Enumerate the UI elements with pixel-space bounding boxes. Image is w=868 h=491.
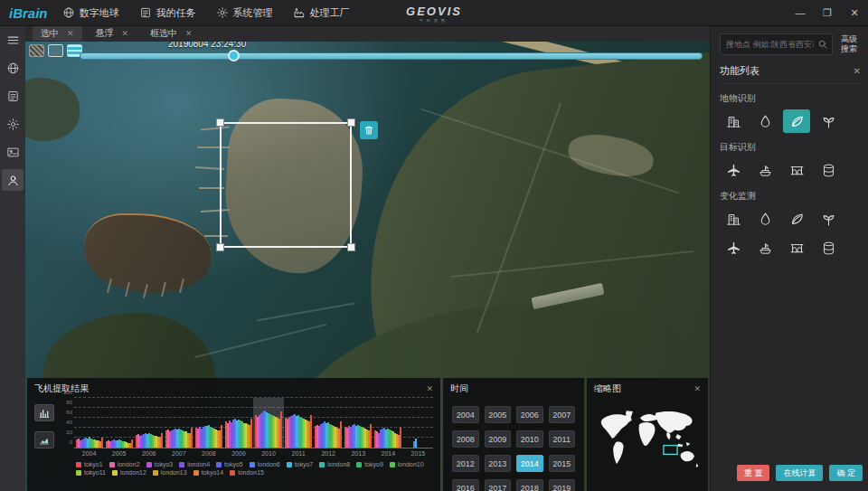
bar-london15-2014 xyxy=(400,428,401,448)
function-button-ship-change[interactable] xyxy=(751,236,778,260)
legend-item-tokyo3[interactable]: tokyo3 xyxy=(146,461,174,467)
chart-plot-area: 020406080100 200420052006200720082009201… xyxy=(74,398,433,476)
function-button-bridge-change[interactable] xyxy=(783,236,810,260)
function-button-oil-tank-detection[interactable] xyxy=(815,158,842,182)
top-menu-item-factory[interactable]: 处理工厂 xyxy=(293,6,350,20)
legend-item-london4[interactable]: london4 xyxy=(179,461,210,467)
y-axis-tick-label: 60 xyxy=(59,410,72,415)
tab-close-icon[interactable]: ✕ xyxy=(122,29,129,38)
close-button[interactable]: ✕ xyxy=(841,0,868,25)
tank-icon xyxy=(821,241,836,256)
year-button-2006[interactable]: 2006 xyxy=(516,406,543,423)
year-button-2007[interactable]: 2007 xyxy=(549,406,576,423)
year-button-2010[interactable]: 2010 xyxy=(516,430,543,448)
function-button-airplane-change[interactable] xyxy=(720,236,747,260)
year-button-2015[interactable]: 2015 xyxy=(549,455,576,472)
bridge-icon xyxy=(789,163,805,178)
year-button-2009[interactable]: 2009 xyxy=(485,430,512,448)
legend-item-tokyo1[interactable]: tokyo1 xyxy=(76,461,103,467)
tab-close-icon[interactable]: ✕ xyxy=(185,29,193,38)
function-button-building-recognition[interactable] xyxy=(720,109,747,133)
year-button-2012[interactable]: 2012 xyxy=(452,455,479,472)
function-button-ship-detection[interactable] xyxy=(751,158,778,182)
function-button-crop-change[interactable] xyxy=(815,207,842,231)
sidebar-item-user[interactable] xyxy=(2,169,24,191)
function-button-oil-tank-change[interactable] xyxy=(815,236,842,260)
year-button-2008[interactable]: 2008 xyxy=(452,430,479,448)
function-panel-close-icon[interactable]: ✕ xyxy=(854,66,861,76)
legend-item-london2[interactable]: london2 xyxy=(109,461,140,467)
leaf-icon xyxy=(789,212,805,227)
sidebar-item-settings[interactable] xyxy=(2,113,24,135)
sidebar-item-my-tasks[interactable] xyxy=(2,85,24,107)
maximize-button[interactable]: ❐ xyxy=(814,0,841,25)
function-button-vegetation-change[interactable] xyxy=(783,207,810,231)
sidebar-item-main-menu[interactable] xyxy=(2,29,24,51)
search-input[interactable] xyxy=(721,40,832,49)
legend-item-london6[interactable]: london6 xyxy=(250,461,280,467)
function-button-bridge-detection[interactable] xyxy=(783,158,810,182)
chart-panel-close-icon[interactable]: ✕ xyxy=(426,384,433,393)
function-button-building-change[interactable] xyxy=(720,207,747,231)
overview-viewport[interactable] xyxy=(664,446,677,455)
top-menu-item-globe[interactable]: 数字地球 xyxy=(62,6,119,20)
reset-button[interactable]: 重 置 xyxy=(737,465,770,481)
year-button-2005[interactable]: 2005 xyxy=(485,406,512,423)
year-button-2011[interactable]: 2011 xyxy=(549,430,576,448)
legend-item-london13[interactable]: london13 xyxy=(153,469,187,476)
legend-item-tokyo5[interactable]: tokyo5 xyxy=(216,461,243,467)
overview-map-panel: 缩略图 ✕ xyxy=(587,378,708,491)
sidebar-item-imagery[interactable] xyxy=(2,141,24,163)
search-icon[interactable] xyxy=(817,39,828,50)
year-button-2018[interactable]: 2018 xyxy=(516,479,543,491)
minimize-button[interactable]: — xyxy=(787,0,814,25)
year-button-2004[interactable]: 2004 xyxy=(452,406,479,423)
year-button-2014[interactable]: 2014 xyxy=(516,455,543,472)
function-button-water-change[interactable] xyxy=(751,207,778,231)
year-button-2013[interactable]: 2013 xyxy=(485,455,512,472)
selection-handle-top-right[interactable] xyxy=(347,118,355,127)
selection-handle-bottom-right[interactable] xyxy=(347,243,355,251)
section-title: 地物识别 xyxy=(720,92,861,105)
map-selection-rectangle[interactable] xyxy=(220,122,352,248)
top-menu-item-tasks[interactable]: 我的任务 xyxy=(139,6,196,20)
area-chart-toggle-button[interactable] xyxy=(34,431,54,449)
function-button-crop-recognition[interactable] xyxy=(815,109,842,133)
sidebar-item-digital-earth[interactable] xyxy=(2,57,24,79)
legend-item-tokyo9[interactable]: tokyo9 xyxy=(356,461,383,467)
delete-selection-button[interactable] xyxy=(360,121,378,139)
function-button-vegetation-recognition[interactable] xyxy=(783,109,810,133)
legend-item-tokyo14[interactable]: tokyo14 xyxy=(193,469,224,476)
legend-item-london12[interactable]: london12 xyxy=(112,469,146,476)
year-button-2016[interactable]: 2016 xyxy=(452,479,479,491)
online-compute-button[interactable]: 在线计算 xyxy=(776,465,823,481)
confirm-button[interactable]: 确 定 xyxy=(829,465,863,481)
menu-icon xyxy=(6,33,20,47)
tab-close-icon[interactable]: ✕ xyxy=(67,29,74,38)
timeline-handle[interactable] xyxy=(228,50,240,61)
top-menu-item-gear[interactable]: 系统管理 xyxy=(216,6,273,20)
timeline-track[interactable] xyxy=(80,52,703,60)
bar-chart-toggle-button[interactable] xyxy=(34,404,54,421)
selection-handle-bottom-left[interactable] xyxy=(216,243,224,251)
legend-item-london10[interactable]: london10 xyxy=(390,461,424,467)
function-button-water-recognition[interactable] xyxy=(751,109,778,133)
brand-subtitle: 中科星图 xyxy=(406,19,462,23)
legend-chip xyxy=(390,462,395,467)
legend-item-tokyo7[interactable]: tokyo7 xyxy=(287,461,314,467)
year-button-2017[interactable]: 2017 xyxy=(485,479,512,491)
layer-outline-button[interactable] xyxy=(48,44,63,57)
function-button-airplane-detection[interactable] xyxy=(720,158,747,182)
tab-1[interactable]: 选中✕ xyxy=(33,26,82,41)
x-axis-label-2012: 2012 xyxy=(314,450,344,457)
legend-item-london15[interactable]: london15 xyxy=(230,469,264,476)
advanced-search-button[interactable]: 高级搜索 xyxy=(837,34,861,55)
tab-3[interactable]: 框选中✕ xyxy=(142,26,201,41)
year-button-2019[interactable]: 2019 xyxy=(549,479,576,491)
legend-item-tokyo11[interactable]: tokyo11 xyxy=(76,469,106,476)
tab-2[interactable]: 悬浮✕ xyxy=(88,26,137,41)
overview-panel-close-icon[interactable]: ✕ xyxy=(693,384,701,393)
legend-item-london8[interactable]: london8 xyxy=(319,461,350,467)
layer-thumbnail-button[interactable] xyxy=(29,44,44,57)
selection-handle-top-left[interactable] xyxy=(216,118,224,127)
